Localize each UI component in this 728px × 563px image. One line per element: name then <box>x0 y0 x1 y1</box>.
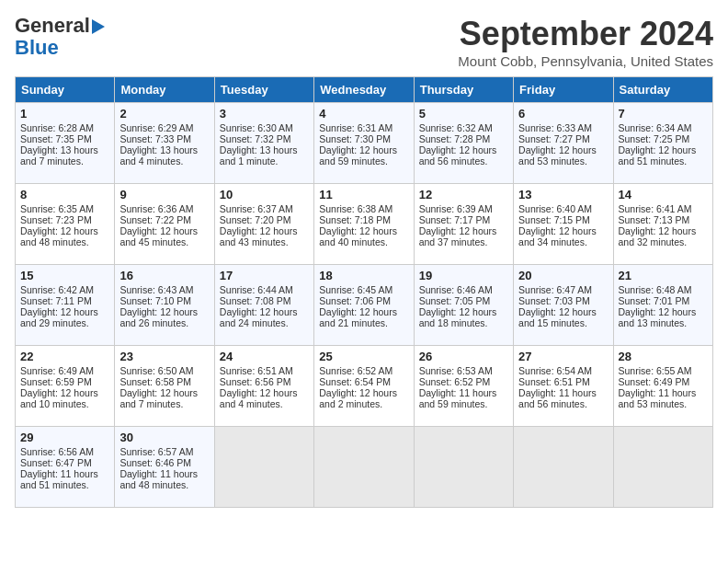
day-info: Sunrise: 6:51 AM <box>220 365 309 376</box>
day-info: Daylight: 13 hours and 7 minutes. <box>20 144 109 167</box>
day-info: Sunset: 7:27 PM <box>518 133 608 144</box>
header-day-tuesday: Tuesday <box>214 77 313 103</box>
day-number: 10 <box>220 188 309 201</box>
day-info: Sunset: 7:01 PM <box>619 295 708 306</box>
day-info: Daylight: 11 hours and 56 minutes. <box>518 387 608 409</box>
day-number: 18 <box>319 269 408 282</box>
day-info: Sunset: 7:23 PM <box>20 214 109 225</box>
day-info: Sunrise: 6:54 AM <box>518 365 608 376</box>
day-info: Sunrise: 6:32 AM <box>419 122 508 133</box>
day-info: Sunrise: 6:28 AM <box>20 122 109 133</box>
day-info: Sunset: 7:10 PM <box>119 295 209 306</box>
calendar-cell: 18Sunrise: 6:45 AMSunset: 7:06 PMDayligh… <box>314 265 414 346</box>
day-info: Daylight: 12 hours and 4 minutes. <box>220 387 309 409</box>
day-info: Daylight: 12 hours and 43 minutes. <box>220 225 309 247</box>
day-info: Sunset: 6:56 PM <box>220 376 309 387</box>
day-info: Sunset: 6:51 PM <box>518 376 608 387</box>
day-info: Daylight: 12 hours and 34 minutes. <box>518 225 608 247</box>
day-info: Daylight: 12 hours and 45 minutes. <box>119 225 209 247</box>
calendar-cell: 24Sunrise: 6:51 AMSunset: 6:56 PMDayligh… <box>214 346 313 427</box>
day-info: Sunrise: 6:57 AM <box>119 446 209 457</box>
day-info: Sunrise: 6:43 AM <box>119 284 209 295</box>
day-info: Sunset: 7:11 PM <box>20 295 109 306</box>
calendar-cell: 7Sunrise: 6:34 AMSunset: 7:25 PMDaylight… <box>613 103 712 184</box>
header-day-monday: Monday <box>115 77 214 103</box>
week-row-2: 8Sunrise: 6:35 AMSunset: 7:23 PMDaylight… <box>16 184 713 265</box>
day-number: 27 <box>518 350 608 363</box>
calendar-cell: 13Sunrise: 6:40 AMSunset: 7:15 PMDayligh… <box>514 184 613 265</box>
logo-text: General <box>15 15 105 37</box>
day-info: Sunset: 7:03 PM <box>518 295 608 306</box>
day-number: 17 <box>220 269 309 282</box>
calendar-cell: 26Sunrise: 6:53 AMSunset: 6:52 PMDayligh… <box>414 346 513 427</box>
calendar-cell: 9Sunrise: 6:36 AMSunset: 7:22 PMDaylight… <box>115 184 214 265</box>
day-number: 19 <box>419 269 508 282</box>
calendar-cell: 15Sunrise: 6:42 AMSunset: 7:11 PMDayligh… <box>16 265 115 346</box>
day-info: Daylight: 12 hours and 7 minutes. <box>119 387 209 409</box>
calendar-cell: 2Sunrise: 6:29 AMSunset: 7:33 PMDaylight… <box>115 103 214 184</box>
calendar-cell: 11Sunrise: 6:38 AMSunset: 7:18 PMDayligh… <box>314 184 414 265</box>
day-number: 14 <box>619 188 708 201</box>
day-number: 3 <box>220 107 309 121</box>
day-info: Sunrise: 6:29 AM <box>119 122 209 133</box>
day-info: Sunrise: 6:49 AM <box>20 365 109 376</box>
day-number: 7 <box>619 107 708 121</box>
title-area: September 2024 Mount Cobb, Pennsylvania,… <box>458 15 713 69</box>
day-info: Daylight: 12 hours and 21 minutes. <box>319 306 408 328</box>
day-info: Daylight: 12 hours and 56 minutes. <box>419 144 508 167</box>
calendar-cell: 23Sunrise: 6:50 AMSunset: 6:58 PMDayligh… <box>115 346 214 427</box>
day-info: Sunrise: 6:36 AM <box>119 203 209 214</box>
calendar-cell: 30Sunrise: 6:57 AMSunset: 6:46 PMDayligh… <box>115 427 214 508</box>
day-info: Daylight: 11 hours and 59 minutes. <box>419 387 508 409</box>
day-info: Daylight: 12 hours and 48 minutes. <box>20 225 109 247</box>
day-info: Sunrise: 6:34 AM <box>619 122 708 133</box>
day-info: Sunrise: 6:44 AM <box>220 284 309 295</box>
day-number: 8 <box>20 188 109 201</box>
day-info: Daylight: 12 hours and 15 minutes. <box>518 306 608 328</box>
day-info: Daylight: 12 hours and 18 minutes. <box>419 306 508 328</box>
day-info: Sunrise: 6:37 AM <box>220 203 309 214</box>
week-row-4: 22Sunrise: 6:49 AMSunset: 6:59 PMDayligh… <box>16 346 713 427</box>
day-number: 29 <box>20 431 109 444</box>
calendar-table: SundayMondayTuesdayWednesdayThursdayFrid… <box>15 76 713 508</box>
month-title: September 2024 <box>458 15 713 53</box>
day-info: Sunrise: 6:46 AM <box>419 284 508 295</box>
week-row-5: 29Sunrise: 6:56 AMSunset: 6:47 PMDayligh… <box>16 427 713 508</box>
calendar-cell: 28Sunrise: 6:55 AMSunset: 6:49 PMDayligh… <box>613 346 712 427</box>
day-info: Sunrise: 6:52 AM <box>319 365 408 376</box>
logo-blue-text: Blue <box>15 36 59 59</box>
header: General Blue September 2024 Mount Cobb, … <box>15 15 713 69</box>
day-info: Daylight: 13 hours and 4 minutes. <box>119 144 209 167</box>
day-info: Sunset: 7:32 PM <box>220 133 309 144</box>
calendar-cell: 12Sunrise: 6:39 AMSunset: 7:17 PMDayligh… <box>414 184 513 265</box>
day-info: Daylight: 12 hours and 53 minutes. <box>518 144 608 167</box>
day-number: 28 <box>619 350 708 363</box>
day-info: Sunset: 7:22 PM <box>119 214 209 225</box>
day-info: Daylight: 13 hours and 1 minute. <box>220 144 309 167</box>
day-info: Daylight: 12 hours and 51 minutes. <box>619 144 708 167</box>
day-number: 15 <box>20 269 109 282</box>
day-number: 30 <box>119 431 209 444</box>
day-number: 6 <box>518 107 608 121</box>
calendar-cell <box>314 427 414 508</box>
day-info: Sunset: 6:47 PM <box>20 457 109 468</box>
calendar-cell: 22Sunrise: 6:49 AMSunset: 6:59 PMDayligh… <box>16 346 115 427</box>
day-info: Sunrise: 6:38 AM <box>319 203 408 214</box>
header-day-saturday: Saturday <box>613 77 712 103</box>
day-info: Daylight: 11 hours and 53 minutes. <box>619 387 708 409</box>
calendar-cell: 17Sunrise: 6:44 AMSunset: 7:08 PMDayligh… <box>214 265 313 346</box>
day-number: 12 <box>419 188 508 201</box>
calendar-cell <box>613 427 712 508</box>
day-info: Sunset: 7:33 PM <box>119 133 209 144</box>
day-info: Sunset: 6:59 PM <box>20 376 109 387</box>
day-info: Sunset: 7:05 PM <box>419 295 508 306</box>
day-info: Sunset: 6:58 PM <box>119 376 209 387</box>
day-info: Sunrise: 6:48 AM <box>619 284 708 295</box>
calendar-body: 1Sunrise: 6:28 AMSunset: 7:35 PMDaylight… <box>16 103 713 508</box>
day-info: Sunset: 7:15 PM <box>518 214 608 225</box>
day-info: Sunset: 7:25 PM <box>619 133 708 144</box>
day-number: 4 <box>319 107 408 121</box>
day-info: Sunrise: 6:53 AM <box>419 365 508 376</box>
calendar-cell: 10Sunrise: 6:37 AMSunset: 7:20 PMDayligh… <box>214 184 313 265</box>
day-number: 5 <box>419 107 508 121</box>
